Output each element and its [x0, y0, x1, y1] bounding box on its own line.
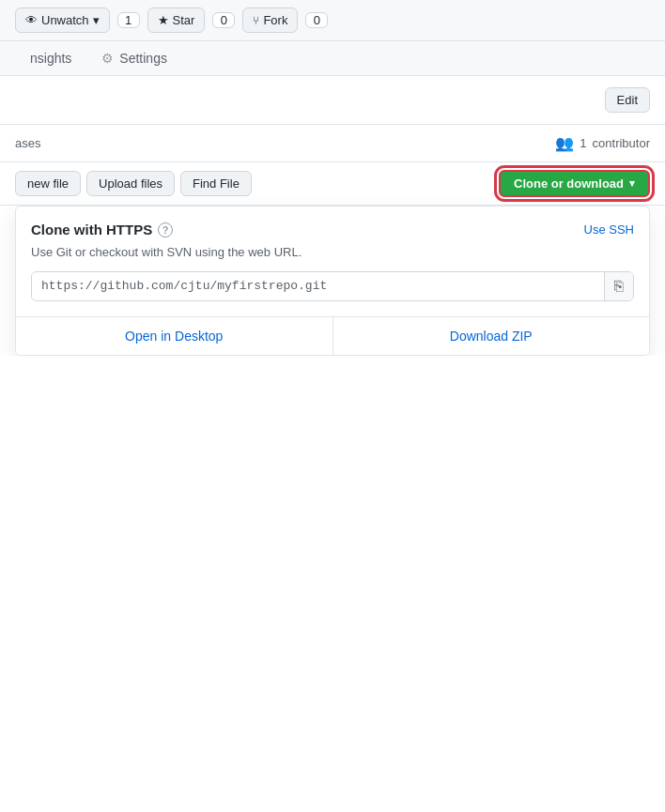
- top-action-bar: 👁 Unwatch ▾ 1 ★ Star 0 ⑂ Fork 0: [0, 0, 665, 41]
- unwatch-button[interactable]: 👁 Unwatch ▾: [15, 8, 110, 33]
- star-count: 0: [212, 12, 235, 28]
- help-icon[interactable]: ?: [158, 222, 173, 237]
- star-icon: ★: [158, 13, 169, 27]
- fork-icon: ⑂: [253, 14, 259, 27]
- edit-area: Edit: [0, 76, 665, 125]
- clone-title: Clone with HTTPS ?: [31, 222, 173, 237]
- upload-files-label: Upload files: [99, 176, 162, 191]
- contributors-count: 1: [580, 136, 586, 150]
- star-label: Star: [173, 13, 195, 27]
- tab-insights[interactable]: nsights: [15, 41, 86, 75]
- contributors-icon: 👥: [555, 134, 574, 152]
- clone-dropdown-arrow-icon: ▾: [629, 177, 635, 190]
- contributors-label: contributor: [593, 136, 650, 150]
- clone-panel-inner: Clone with HTTPS ? Use SSH Use Git or ch…: [16, 207, 649, 316]
- edit-label: Edit: [617, 93, 638, 107]
- star-button[interactable]: ★ Star: [147, 8, 206, 33]
- find-file-button[interactable]: Find File: [180, 171, 252, 196]
- tab-settings[interactable]: ⚙ Settings: [86, 41, 182, 75]
- fork-count: 0: [305, 12, 328, 28]
- url-row: ⎘: [31, 271, 634, 301]
- find-file-label: Find File: [193, 176, 240, 191]
- eye-icon: 👁: [25, 13, 38, 27]
- edit-button[interactable]: Edit: [605, 87, 650, 113]
- new-file-button[interactable]: new file: [15, 171, 81, 196]
- use-ssh-link[interactable]: Use SSH: [584, 222, 634, 237]
- copy-url-button[interactable]: ⎘: [604, 272, 633, 300]
- releases-label: ases: [15, 136, 40, 150]
- clone-title-row: Clone with HTTPS ? Use SSH: [31, 222, 634, 237]
- unwatch-label: Unwatch: [41, 13, 89, 27]
- download-zip-label: Download ZIP: [450, 329, 533, 344]
- file-actions-bar: new file Upload files Find File Clone or…: [0, 162, 665, 206]
- new-file-label: new file: [27, 176, 69, 191]
- open-in-desktop-label: Open in Desktop: [125, 329, 223, 344]
- clone-or-download-label: Clone or download: [514, 176, 624, 191]
- clone-title-text: Clone with HTTPS: [31, 222, 152, 237]
- contributors-bar: ases 👥 1 contributor: [0, 125, 665, 162]
- tab-insights-label: nsights: [30, 51, 71, 66]
- clone-panel: Clone with HTTPS ? Use SSH Use Git or ch…: [15, 206, 650, 356]
- clipboard-icon: ⎘: [614, 278, 624, 295]
- download-zip-button[interactable]: Download ZIP: [333, 317, 650, 355]
- clone-description: Use Git or checkout with SVN using the w…: [31, 243, 634, 262]
- unwatch-dropdown-icon: ▾: [93, 13, 100, 27]
- unwatch-count: 1: [117, 12, 140, 28]
- upload-files-button[interactable]: Upload files: [86, 171, 175, 196]
- gear-icon: ⚙: [101, 51, 114, 66]
- open-in-desktop-button[interactable]: Open in Desktop: [16, 317, 332, 355]
- clone-url-input[interactable]: [32, 273, 604, 299]
- nav-tabs: nsights ⚙ Settings: [0, 41, 665, 76]
- use-ssh-label: Use SSH: [584, 222, 634, 237]
- clone-bottom-actions: Open in Desktop Download ZIP: [16, 316, 649, 355]
- clone-or-download-button[interactable]: Clone or download ▾: [499, 170, 650, 197]
- tab-settings-label: Settings: [119, 51, 167, 66]
- fork-label: Fork: [263, 13, 287, 27]
- fork-button[interactable]: ⑂ Fork: [242, 8, 298, 33]
